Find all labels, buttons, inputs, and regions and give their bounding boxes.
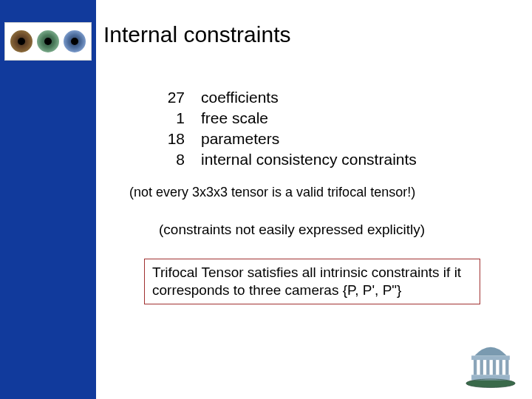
svg-rect-7 xyxy=(505,359,508,375)
count-cell: 1 xyxy=(148,109,185,127)
svg-rect-5 xyxy=(493,359,496,375)
note-constraints-implicit: (constraints not easily expressed explic… xyxy=(159,222,425,238)
count-cell: 18 xyxy=(148,130,185,148)
label-cell: internal consistency constraints xyxy=(201,151,417,168)
note-tensor-validity: (not every 3x3x3 tensor is a valid trifo… xyxy=(129,185,415,200)
count-cell: 27 xyxy=(148,89,185,106)
iris-logo xyxy=(4,22,92,61)
boxed-statement: Trifocal Tensor satisfies all intrinsic … xyxy=(144,259,480,304)
svg-rect-2 xyxy=(474,359,477,375)
iris-icon xyxy=(37,30,59,52)
iris-icon xyxy=(64,30,86,52)
constraint-table: 27 coefficients 1 free scale 18 paramete… xyxy=(148,89,417,168)
svg-rect-3 xyxy=(480,359,483,375)
svg-rect-6 xyxy=(499,359,502,375)
label-cell: parameters xyxy=(201,130,417,148)
label-cell: free scale xyxy=(201,109,417,127)
svg-rect-4 xyxy=(486,359,489,375)
iris-icon xyxy=(10,30,33,52)
svg-rect-8 xyxy=(471,355,510,360)
label-cell: coefficients xyxy=(201,89,417,106)
slide-title: Internal constraints xyxy=(103,22,290,47)
rotunda-icon xyxy=(463,335,519,389)
count-cell: 8 xyxy=(148,151,185,168)
